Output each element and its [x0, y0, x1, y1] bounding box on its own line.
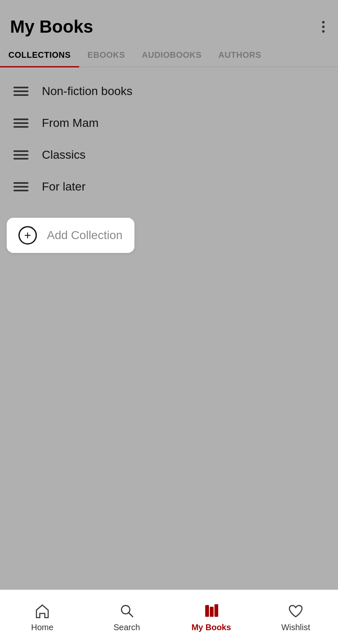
collections-list: Non-fiction books From Mam Classics For …	[0, 67, 338, 211]
svg-line-1	[129, 613, 133, 617]
tab-ebooks[interactable]: EBOOKS	[79, 44, 134, 67]
svg-rect-4	[214, 604, 218, 617]
more-vertical-icon[interactable]	[319, 18, 328, 36]
collection-name: Non-fiction books	[42, 85, 132, 98]
search-icon	[118, 602, 136, 620]
wishlist-icon	[286, 602, 305, 620]
bottom-navigation: Home Search My Books Wishlist	[0, 590, 338, 644]
collection-name: Classics	[42, 148, 85, 162]
nav-label-search: Search	[114, 623, 140, 632]
drag-handle-icon	[13, 87, 28, 96]
nav-item-search[interactable]: Search	[102, 602, 152, 632]
nav-label-mybooks: My Books	[191, 623, 231, 632]
tab-authors[interactable]: AUTHORS	[210, 44, 269, 67]
tab-collections[interactable]: COLLECTIONS	[0, 44, 79, 67]
add-circle-icon	[18, 226, 37, 245]
nav-item-wishlist[interactable]: Wishlist	[271, 602, 321, 632]
tab-audiobooks[interactable]: AUDIOBOOKS	[134, 44, 210, 67]
add-collection-label: Add Collection	[47, 229, 123, 242]
nav-label-home: Home	[31, 623, 53, 632]
mybooks-icon	[202, 602, 220, 620]
drag-handle-icon	[13, 182, 28, 191]
nav-item-home[interactable]: Home	[17, 602, 67, 632]
list-item[interactable]: Classics	[10, 139, 328, 171]
drag-handle-icon	[13, 150, 28, 160]
svg-rect-3	[210, 607, 214, 617]
home-icon	[33, 602, 52, 620]
collection-name: From Mam	[42, 116, 98, 130]
page-title: My Books	[10, 17, 93, 37]
collection-name: For later	[42, 180, 85, 193]
list-item[interactable]: From Mam	[10, 107, 328, 139]
svg-rect-2	[205, 605, 209, 617]
drag-handle-icon	[13, 118, 28, 128]
header: My Books	[0, 0, 338, 44]
nav-label-wishlist: Wishlist	[281, 623, 310, 632]
list-item[interactable]: For later	[10, 171, 328, 203]
add-collection-button[interactable]: Add Collection	[7, 218, 134, 253]
nav-item-mybooks[interactable]: My Books	[186, 602, 236, 632]
list-item[interactable]: Non-fiction books	[10, 75, 328, 107]
tabs-bar: COLLECTIONS EBOOKS AUDIOBOOKS AUTHORS	[0, 44, 338, 67]
